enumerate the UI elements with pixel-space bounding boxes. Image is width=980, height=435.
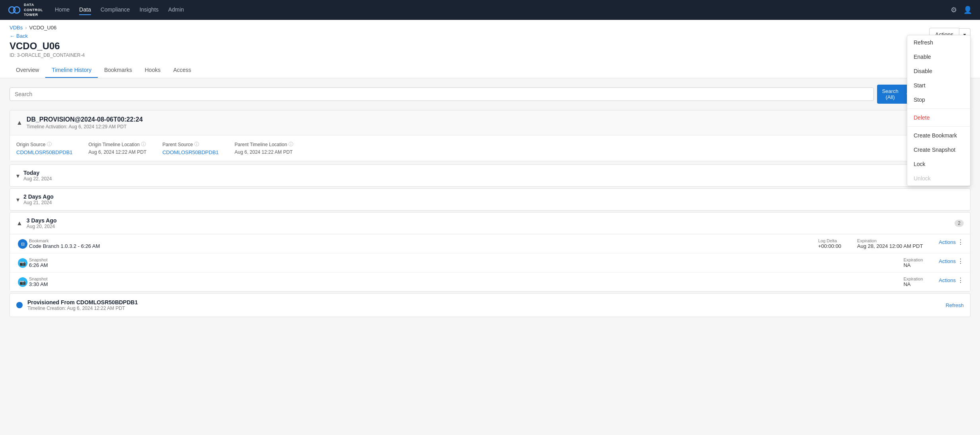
settings-icon[interactable]: ⚙ [951,6,957,14]
bookmark-meta: Log Delta +00:00:00 Expiration Aug 28, 2… [818,238,964,249]
group-today-date: Aug 22, 2024 [23,176,52,182]
nav-admin[interactable]: Admin [168,5,184,15]
breadcrumb: VDBs › VCDO_U06 [10,25,85,31]
timeline-group-2days: ▾ 2 Days Ago Aug 21, 2024 [10,188,970,211]
group-header-3days[interactable]: ▲ 3 Days Ago Aug 20, 2024 2 [10,213,970,234]
tab-hooks[interactable]: Hooks [138,63,167,78]
bookmark-content: Bookmark Code Branch 1.0.3.2 - 6:26 AM [29,238,818,249]
back-button[interactable]: ← Back [10,33,85,39]
top-nav: DATA CONTROL TOWER Home Data Compliance … [0,0,980,20]
logo: DATA CONTROL TOWER [8,2,43,17]
origin-source-label: Origin Source ⓘ [16,141,73,148]
group-3days-badge: 2 [955,220,964,227]
provision-header-text: DB_PROVISION@2024-08-06T00:22:24 Timelin… [27,116,143,130]
snapshot1-more-icon[interactable]: ⋮ [957,257,964,265]
tab-timeline-history[interactable]: Timeline History [45,63,98,78]
group-today-text: Today Aug 22, 2024 [23,170,52,182]
action-start[interactable]: Start [907,78,970,93]
logo-text: DATA CONTROL TOWER [24,2,43,17]
snapshot2-more-icon[interactable]: ⋮ [957,276,964,284]
provision-from-left: Provisioned From CDOMLOSR50BDPDB1 Timeli… [16,299,138,311]
parent-timeline-label: Parent Timeline Location ⓘ [234,141,293,148]
search-all-button[interactable]: Search(All) [877,85,903,104]
dropdown-divider [907,108,970,109]
snapshot2-content: Snapshot 3:30 AM [29,276,903,287]
origin-timeline-label: Origin Timeline Location ⓘ [89,141,147,148]
timeline-group-today: ▾ Today Aug 22, 2024 [10,164,970,187]
snapshot2-actions-link[interactable]: Actions [939,277,956,283]
bookmark-type-label: Bookmark [29,238,818,243]
action-stop[interactable]: Stop [907,93,970,107]
nav-insights[interactable]: Insights [139,5,159,15]
group-today-collapse-btn[interactable]: ▾ [16,172,19,180]
expiration-value-bookmark: Aug 28, 2024 12:00 AM PDT [857,243,923,249]
dropdown-divider2 [907,126,970,127]
origin-timeline-info-icon: ⓘ [141,141,146,148]
snapshot1-content: Snapshot 6:26 AM [29,257,903,268]
timeline-items-3days: ⊟ Bookmark Code Branch 1.0.3.2 - 6:26 AM… [10,234,970,291]
action-create-bookmark[interactable]: Create Bookmark [907,128,970,143]
provision-header-left: ▲ DB_PROVISION@2024-08-06T00:22:24 Timel… [16,116,143,130]
action-delete[interactable]: Delete [907,110,970,125]
nav-data[interactable]: Data [79,5,91,15]
search-input[interactable] [10,87,874,101]
snapshot1-name: 6:26 AM [29,262,903,268]
action-disable[interactable]: Disable [907,64,970,78]
group-2days-collapse-btn[interactable]: ▾ [16,196,19,203]
parent-source-value[interactable]: CDOMLOSR50BDPDB1 [163,149,219,155]
timeline-item-snapshot1: 📷 Snapshot 6:26 AM Expiration NA Actions… [10,253,970,273]
parent-source-col: Parent Source ⓘ CDOMLOSR50BDPDB1 [163,141,219,155]
nav-home[interactable]: Home [55,5,70,15]
snapshot2-actions: Actions ⋮ [939,276,964,284]
timeline-activation-value: Aug 6, 2024 12:29 AM PDT [68,124,126,130]
expiration-col-snapshot2: Expiration NA [903,276,923,287]
bookmark-icon: ⊟ [18,239,27,249]
bookmark-actions: Actions ⋮ [939,238,964,246]
parent-timeline-value: Aug 6, 2024 12:22 AM PDT [234,149,293,155]
bookmark-more-icon[interactable]: ⋮ [957,238,964,246]
group-3days-collapse-btn[interactable]: ▲ [16,220,23,227]
provision-from-sub-label: Timeline Creation: [27,305,66,311]
timeline-item-snapshot2: 📷 Snapshot 3:30 AM Expiration NA Actions… [10,273,970,291]
bookmark-actions-link[interactable]: Actions [939,239,956,245]
provision-from-row: Provisioned From CDOMLOSR50BDPDB1 Timeli… [10,293,970,317]
action-enable[interactable]: Enable [907,50,970,64]
origin-source-info-icon: ⓘ [47,141,52,148]
group-header-today-left: ▾ Today Aug 22, 2024 [16,170,52,182]
action-refresh[interactable]: Refresh [907,35,970,50]
provision-section: ▲ DB_PROVISION@2024-08-06T00:22:24 Timel… [10,110,970,161]
origin-source-col: Origin Source ⓘ CDOMLOSR50BDPDB1 [16,141,73,155]
main-content: Search(All) ▾ Sort By Timeline Date Name… [0,78,980,323]
actions-dropdown-menu: Refresh Enable Disable Start Stop Delete… [907,35,970,186]
back-arrow-icon: ← [10,33,15,39]
nav-right: ⚙ 👤 [951,6,972,14]
expiration-label-snapshot1: Expiration [903,257,923,262]
group-3days-date: Aug 20, 2024 [27,224,57,229]
tab-access[interactable]: Access [167,63,198,78]
action-lock[interactable]: Lock [907,157,970,171]
provision-collapse-button[interactable]: ▲ [16,119,23,126]
provision-header[interactable]: ▲ DB_PROVISION@2024-08-06T00:22:24 Timel… [10,110,970,135]
group-2days-date: Aug 21, 2024 [23,200,54,205]
origin-source-value[interactable]: CDOMLOSR50BDPDB1 [16,149,73,155]
provision-from-refresh-link[interactable]: Refresh [945,302,964,308]
origin-timeline-value: Aug 6, 2024 12:22 AM PDT [89,149,147,155]
user-icon[interactable]: 👤 [963,6,972,14]
page-title: VCDO_U06 [10,41,85,52]
group-today-title: Today [23,170,52,176]
bookmark-name: Code Branch 1.0.3.2 - 6:26 AM [29,243,818,249]
action-create-snapshot[interactable]: Create Snapshot [907,143,970,157]
group-header-3days-left: ▲ 3 Days Ago Aug 20, 2024 [16,217,57,229]
tab-bookmarks[interactable]: Bookmarks [98,63,138,78]
group-header-today[interactable]: ▾ Today Aug 22, 2024 [10,165,970,186]
page-header: VDBs › VCDO_U06 ← Back VCDO_U06 ID: 3-OR… [0,20,980,78]
snapshot1-meta: Expiration NA Actions ⋮ [903,257,964,268]
group-3days-text: 3 Days Ago Aug 20, 2024 [27,217,57,229]
breadcrumb-vdbs[interactable]: VDBs [10,25,23,31]
group-header-2days[interactable]: ▾ 2 Days Ago Aug 21, 2024 [10,189,970,210]
snapshot1-type-label: Snapshot [29,257,903,262]
snapshot1-icon: 📷 [18,258,27,268]
nav-compliance[interactable]: Compliance [101,5,130,15]
tab-overview[interactable]: Overview [10,63,45,78]
snapshot1-actions-link[interactable]: Actions [939,258,956,264]
